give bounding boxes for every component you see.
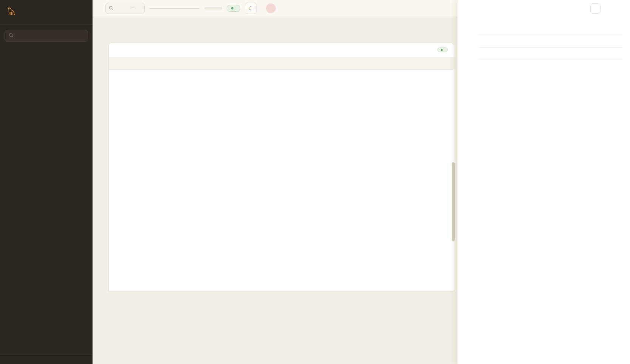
dashboard-content xyxy=(93,17,457,364)
avatar[interactable] xyxy=(266,3,276,13)
recent-exchanges-card xyxy=(108,42,454,291)
navigation-label xyxy=(0,42,93,53)
live-badge[interactable] xyxy=(227,5,240,12)
topbar: ☾ xyxy=(93,0,457,17)
camel-logo-icon xyxy=(5,6,16,18)
time-range-group xyxy=(204,7,222,9)
global-search[interactable] xyxy=(105,3,145,14)
sidebar-footer xyxy=(0,355,93,364)
search-icon xyxy=(9,32,14,39)
detail-panel-header xyxy=(457,0,630,17)
search-icon xyxy=(109,5,113,12)
live-dot-icon xyxy=(441,49,443,51)
moon-icon: ☾ xyxy=(249,5,253,11)
table-live-badge xyxy=(437,48,448,52)
search-kbd-hint xyxy=(130,8,134,9)
detail-panel xyxy=(457,0,630,364)
close-icon[interactable] xyxy=(590,3,601,14)
live-dot-icon xyxy=(231,7,233,9)
sidebar-divider xyxy=(0,24,93,25)
table-header-row xyxy=(109,57,454,70)
main-scrollbar[interactable] xyxy=(452,162,455,241)
sidebar-filter[interactable] xyxy=(5,30,88,42)
sidebar xyxy=(0,0,93,364)
search-input[interactable] xyxy=(115,6,128,11)
main-area: ☾ xyxy=(93,0,457,364)
status-filter-group xyxy=(149,8,200,9)
dark-mode-toggle[interactable]: ☾ xyxy=(245,3,257,14)
app-logo xyxy=(0,0,93,23)
filter-input[interactable] xyxy=(17,33,84,38)
